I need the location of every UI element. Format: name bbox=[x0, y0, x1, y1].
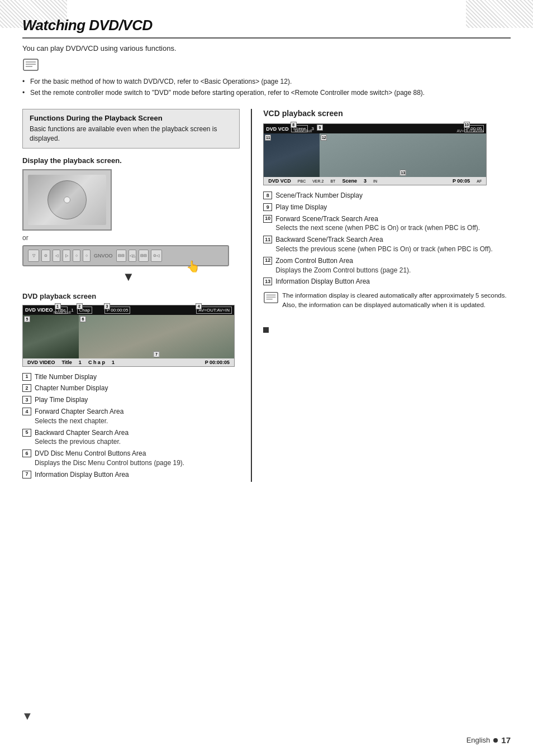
remote-btn-7: ⊟⊟ bbox=[116, 250, 126, 262]
footer-page-num: 17 bbox=[501, 735, 511, 745]
hand-cursor-icon: 👆 bbox=[186, 260, 200, 273]
title-num: 1 bbox=[71, 308, 73, 313]
svg-rect-0 bbox=[23, 59, 38, 70]
vcd-footer-af: AF bbox=[477, 179, 482, 183]
dvd-item-2-text: Chapter Number Display bbox=[35, 384, 240, 393]
vcd-footer-pbc: PBC bbox=[298, 179, 306, 183]
vcd-item-9-text: Play time Display bbox=[275, 203, 511, 212]
vcd-playtime-box: 9 bbox=[317, 128, 322, 130]
dvd-footer-label: DVD VIDEO bbox=[27, 360, 55, 365]
bullet-item-1: For the basic method of how to watch DVD… bbox=[22, 76, 511, 87]
left-column: Functions During the Playback Screen Bas… bbox=[22, 109, 252, 482]
badge-1: 1 bbox=[55, 303, 61, 309]
bullet-list: For the basic method of how to watch DVD… bbox=[22, 76, 511, 98]
dvd-item-2: 2 Chapter Number Display bbox=[22, 384, 240, 393]
vcd-badge-8: 8 bbox=[291, 122, 297, 128]
vcd-item-12-text: Zoom Control Button Area Displays the Zo… bbox=[275, 256, 511, 275]
dvd-item-5: 5 Backward Chapter Search Area Selects t… bbox=[22, 428, 240, 447]
remote-btn-3: ◁ bbox=[53, 250, 60, 262]
dvd-item-5-text: Backward Chapter Search Area Selects the… bbox=[35, 428, 240, 447]
vcd-item-10: 10 Forward Scene/Track Search Area Selec… bbox=[263, 214, 511, 233]
vcd-item-11: 11 Backward Scene/Track Search Area Sele… bbox=[263, 235, 511, 254]
dvd-badge-3: 3 bbox=[22, 396, 31, 404]
av-box: 4 AV=OUT:AV=IN bbox=[196, 307, 232, 314]
dvd-badge-4: 4 bbox=[22, 408, 31, 415]
vcd-badge-9: 9 bbox=[317, 125, 323, 131]
right-column: VCD playback screen DVD VCD 8 Scene 3 9 bbox=[252, 109, 511, 482]
vcd-screen-header: DVD VCD 8 Scene 3 9 10 P 00:05 bbox=[264, 124, 486, 133]
dvd-items-list: 1 Title Number Display 2 Chapter Number … bbox=[22, 372, 240, 480]
vcd-av-label: AV=OUT:AV=IN bbox=[457, 129, 484, 133]
remote-btn-10: ⊙◁ bbox=[151, 250, 162, 262]
right-col-dot-marker bbox=[263, 327, 511, 333]
functions-box-title: Functions During the Playback Screen bbox=[30, 114, 232, 122]
page-title: Watching DVD/VCD bbox=[22, 17, 511, 34]
dvd-body-right-img: 6 7 bbox=[79, 315, 234, 358]
footer-dot bbox=[493, 738, 498, 743]
dvd-video-label: DVD VIDEO bbox=[25, 307, 53, 313]
vcd-item-8-text: Scene/Track Number Display bbox=[275, 191, 511, 200]
badge-4: 4 bbox=[196, 303, 202, 309]
vcd-items-list: 8 Scene/Track Number Display 9 Play time… bbox=[263, 191, 511, 286]
remote-btn-4: ▷ bbox=[63, 250, 70, 262]
dvd-item-7: 7 Information Display Button Area bbox=[22, 470, 240, 480]
vcd-item-10-text: Forward Scene/Track Search Area Selects … bbox=[275, 214, 511, 233]
note-icon-top bbox=[22, 58, 511, 73]
vcd-footer-scene-num: 3 bbox=[364, 178, 367, 184]
or-text: or bbox=[22, 234, 240, 242]
vcd-badge-11: 11 bbox=[265, 135, 271, 141]
dvd-item-3-text: Play Time Display bbox=[35, 395, 240, 405]
dvd-body-left-img: 5 bbox=[23, 315, 79, 358]
remote-btn-6: ○ bbox=[83, 250, 91, 262]
vcd-item-9: 9 Play time Display bbox=[263, 203, 511, 212]
vcd-badge-12: 12 bbox=[321, 135, 327, 141]
bullet-item-2: Set the remote controller mode switch to… bbox=[22, 88, 511, 98]
chap-box: 2 Chap bbox=[77, 307, 92, 314]
dvd-footer-chap-num: 1 bbox=[112, 360, 115, 365]
left-col-bottom-arrow: ▼ bbox=[22, 710, 33, 722]
time-box: 3 P 00:00:05 bbox=[104, 307, 131, 314]
remote-btn-9: ⊟⊟ bbox=[139, 250, 149, 262]
vcd-footer-time: P 00:05 bbox=[453, 178, 470, 184]
vcd-scene-num: 3 bbox=[311, 126, 313, 131]
vcd-mode-label: Mode:Full bbox=[294, 129, 312, 133]
page-header: Watching DVD/VCD bbox=[22, 17, 511, 39]
vcd-item-13: 13 Information Display Button Area bbox=[263, 277, 511, 286]
vcd-item-12: 12 Zoom Control Button Area Displays the… bbox=[263, 256, 511, 275]
dvd-badge-1: 1 bbox=[22, 373, 31, 381]
badge-3: 3 bbox=[104, 303, 110, 309]
vcd-body-right-img: 12 13 bbox=[320, 133, 486, 177]
note-icon-vcd bbox=[263, 291, 279, 306]
vcd-item-8: 8 Scene/Track Number Display bbox=[263, 191, 511, 200]
remote-btn-1: ▽ bbox=[28, 250, 39, 262]
vcd-footer-in: IN bbox=[373, 179, 377, 183]
disc-image bbox=[22, 169, 112, 231]
badge-2: 2 bbox=[77, 303, 83, 309]
dvd-badge-2: 2 bbox=[22, 384, 31, 392]
badge-5: 5 bbox=[24, 316, 30, 322]
dvd-badge-5: 5 bbox=[22, 429, 31, 437]
vcd-note-text: The information display is cleared autom… bbox=[282, 291, 511, 310]
vcd-screen-body: 11 12 13 bbox=[264, 133, 486, 177]
remote-control: ▽ ⊙ ◁ ▷ ○ ○ GNVOO ⊟⊟ ◁△ ⊟⊟ ⊙◁ 👆 bbox=[22, 245, 229, 266]
vcd-item-13-text: Information Display Button Area bbox=[275, 277, 511, 286]
vcd-footer-label: DVD VCD bbox=[268, 178, 291, 184]
vcd-note: The information display is cleared autom… bbox=[263, 291, 511, 310]
dvd-footer-title-num: 1 bbox=[79, 360, 82, 365]
vcd-footer-scene: Scene bbox=[342, 178, 357, 184]
dvd-footer-title: Title bbox=[62, 360, 72, 365]
remote-label: GNVOO bbox=[94, 253, 113, 259]
dvd-footer: DVD VIDEO Title 1 C h a p 1 P 00:00:05 bbox=[23, 358, 234, 366]
dvd-footer-chap: C h a p bbox=[88, 360, 105, 365]
badge-7: 7 bbox=[154, 351, 160, 357]
vcd-footer-bt: BT bbox=[330, 179, 335, 183]
vcd-footer-ver2: VER.2 bbox=[312, 179, 323, 183]
dvd-footer-time: P 00:00:05 bbox=[205, 360, 230, 365]
page-footer: English 17 bbox=[467, 735, 511, 745]
dvd-item-3: 3 Play Time Display bbox=[22, 395, 240, 405]
vcd-badge-list-13: 13 bbox=[263, 277, 272, 285]
display-playback-title: Display the playback screen. bbox=[22, 156, 240, 165]
dvd-item-4: 4 Forward Chapter Search Area Selects th… bbox=[22, 407, 240, 426]
vcd-badge-13: 13 bbox=[400, 170, 406, 176]
footer-lang: English bbox=[467, 736, 491, 744]
